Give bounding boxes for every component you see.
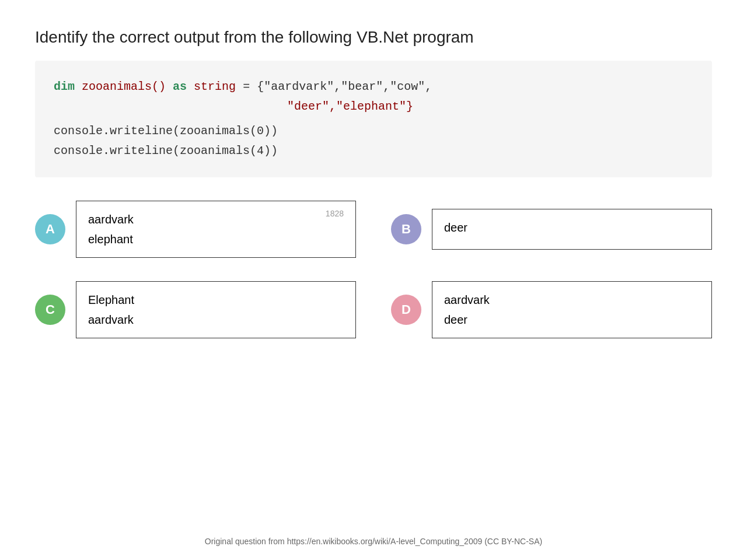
answers-grid: A 1828 aardvark elephant B deer C Elepha… [35,201,712,338]
writeline-0: console.writeline(zooanimals(0)) [54,124,278,138]
answer-C[interactable]: C Elephant aardvark [35,281,356,338]
string-continuation: "deer","elephant"} [287,100,413,113]
answer-D-line2: deer [444,310,700,330]
page-title: Identify the correct output from the fol… [0,0,747,61]
answer-box-B[interactable]: deer [432,209,712,250]
code-line-3: console.writeline(zooanimals(0)) [54,121,693,141]
code-block: dim zooanimals() as string = {"aardvark"… [35,61,712,177]
code-line-4: console.writeline(zooanimals(4)) [54,141,693,161]
code-line-2: "deer","elephant"} [54,97,693,117]
circle-C: C [35,295,65,325]
answer-box-A[interactable]: 1828 aardvark elephant [76,201,356,258]
answer-box-C[interactable]: Elephant aardvark [76,281,356,338]
identifier-zooanimals: zooanimals() [82,80,166,93]
answer-B-line1: deer [444,218,700,237]
circle-A: A [35,214,65,244]
footer: Original question from https://en.wikibo… [0,537,747,546]
writeline-4: console.writeline(zooanimals(4)) [54,144,278,158]
code-line-1: dim zooanimals() as string = {"aardvark"… [54,77,693,97]
answer-D-line1: aardvark [444,290,700,310]
answer-C-line2: aardvark [88,310,344,330]
answer-C-line1: Elephant [88,290,344,310]
answer-box-D[interactable]: aardvark deer [432,281,712,338]
answer-D[interactable]: D aardvark deer [391,281,712,338]
circle-B: B [391,214,421,244]
answer-A[interactable]: A 1828 aardvark elephant [35,201,356,258]
type-string: string [194,80,236,93]
keyword-dim: dim [54,80,75,93]
keyword-as: as [173,80,187,93]
answer-B[interactable]: B deer [391,201,712,258]
assignment: = {"aardvark","bear","cow", [243,80,432,93]
answer-A-line1: aardvark [88,209,344,229]
answer-A-line2: elephant [88,229,344,249]
watermark-A: 1828 [326,207,344,221]
circle-D: D [391,295,421,325]
